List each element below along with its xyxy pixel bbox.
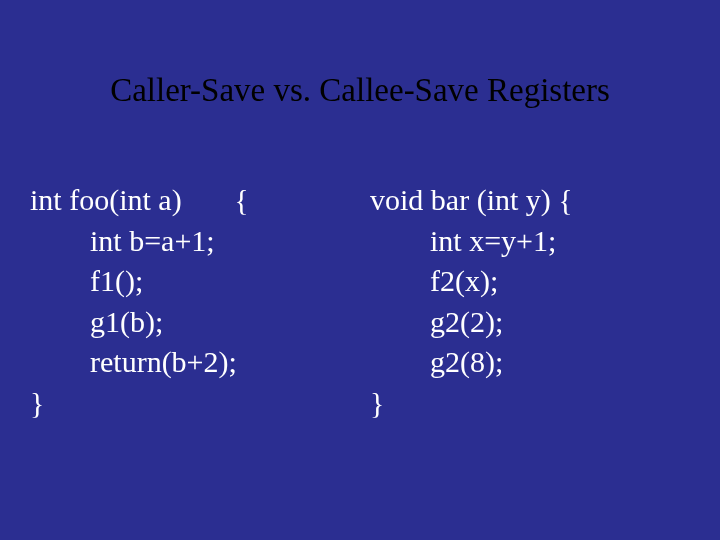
foo-line-1: int b=a+1;: [30, 221, 350, 262]
foo-line-3: g1(b);: [30, 302, 350, 343]
slide-title: Caller-Save vs. Callee-Save Registers: [0, 72, 720, 109]
slide-body: int foo(int a) { int b=a+1; f1(); g1(b);…: [30, 180, 690, 423]
bar-signature: void bar (int y) {: [370, 180, 690, 221]
foo-signature: int foo(int a) {: [30, 180, 350, 221]
bar-line-2: f2(x);: [370, 261, 690, 302]
bar-close: }: [370, 383, 690, 424]
foo-line-4: return(b+2);: [30, 342, 350, 383]
code-block-foo: int foo(int a) { int b=a+1; f1(); g1(b);…: [30, 180, 350, 423]
foo-line-2: f1();: [30, 261, 350, 302]
bar-line-4: g2(8);: [370, 342, 690, 383]
foo-close: }: [30, 383, 350, 424]
bar-line-1: int x=y+1;: [370, 221, 690, 262]
slide: Caller-Save vs. Callee-Save Registers in…: [0, 0, 720, 540]
code-block-bar: void bar (int y) { int x=y+1; f2(x); g2(…: [350, 180, 690, 423]
bar-line-3: g2(2);: [370, 302, 690, 343]
